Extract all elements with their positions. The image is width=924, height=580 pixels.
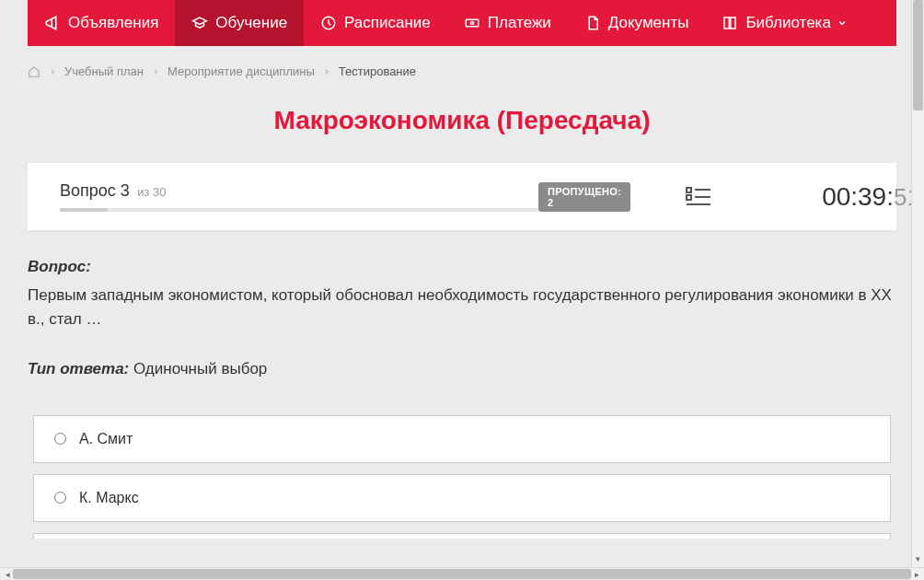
scroll-left-icon[interactable]: ◂ — [2, 570, 13, 579]
timer-main: 00:39: — [822, 182, 894, 211]
answer-option[interactable]: А. Смит — [33, 415, 891, 463]
svg-point-2 — [470, 22, 473, 25]
nav-label: Платежи — [488, 14, 551, 32]
nav-item-schedule[interactable]: Расписание — [304, 0, 447, 46]
book-icon — [722, 15, 738, 31]
answer-option[interactable]: К. Маркс — [33, 474, 891, 522]
svg-rect-3 — [687, 188, 691, 192]
nav-label: Библиотека — [745, 14, 830, 32]
nav-label: Обучение — [215, 14, 287, 32]
grad-cap-icon — [191, 15, 208, 31]
doc-icon — [584, 15, 601, 31]
breadcrumb-sep-icon — [322, 67, 331, 76]
nav-item-announcements[interactable]: Объявления — [28, 0, 175, 46]
nav-label: Расписание — [344, 14, 431, 32]
answer-text: А. Смит — [79, 431, 133, 447]
chevron-down-icon — [837, 17, 848, 29]
question-list-icon[interactable] — [686, 186, 711, 208]
nav-item-learning[interactable]: Обучение — [175, 0, 304, 46]
clock-icon — [320, 15, 337, 31]
nav-label: Объявления — [68, 14, 158, 32]
answer-radio[interactable] — [54, 433, 66, 445]
svg-rect-5 — [687, 195, 691, 200]
breadcrumb-sep-icon — [151, 67, 160, 76]
question-header-panel: Вопрос 3 из 30 ПРОПУЩЕНО: 2 00:39:51 — [28, 163, 896, 230]
megaphone-icon — [44, 15, 61, 31]
svg-rect-1 — [466, 19, 479, 27]
nav-item-payments[interactable]: Платежи — [447, 0, 568, 46]
horizontal-scrollbar[interactable]: ◂ ▸ — [0, 567, 924, 580]
progress-bar — [60, 208, 538, 212]
answer-type-label: Тип ответа: — [28, 360, 129, 377]
scroll-right-icon[interactable]: ▸ — [911, 570, 922, 579]
scrollbar-thumb[interactable] — [13, 569, 911, 579]
question-text: Первым западным экономистом, который обо… — [28, 284, 896, 332]
question-number: Вопрос 3 — [60, 181, 130, 200]
timer: 00:39:51 — [822, 182, 920, 212]
vertical-scrollbar[interactable]: ▾ — [911, 0, 924, 567]
breadcrumb-item[interactable]: Мероприятие дисциплины — [167, 64, 315, 78]
nav-item-documents[interactable]: Документы — [568, 0, 706, 46]
answer-text: К. Маркс — [79, 490, 139, 506]
breadcrumb-item[interactable]: Учебный план — [64, 64, 144, 78]
page-title: Макроэкономика (Пересдача) — [0, 106, 924, 135]
nav-item-library[interactable]: Библиотека — [705, 0, 863, 46]
question-total: из 30 — [137, 185, 166, 199]
main-nav: Объявления Обучение Расписание — [28, 0, 896, 46]
answer-radio[interactable] — [54, 492, 66, 504]
breadcrumb: Учебный план Мероприятие дисциплины Тест… — [0, 46, 924, 87]
scroll-down-icon[interactable]: ▾ — [914, 554, 922, 565]
nav-label: Документы — [608, 14, 689, 32]
answer-type-value: Одиночный выбор — [129, 360, 267, 377]
breadcrumb-sep-icon — [48, 67, 57, 76]
breadcrumb-item-current: Тестирование — [339, 64, 416, 78]
home-icon[interactable] — [28, 65, 40, 78]
answer-option-partial — [33, 533, 891, 539]
question-heading: Вопрос: — [28, 258, 896, 276]
money-icon — [464, 15, 480, 31]
scrollbar-thumb[interactable] — [913, 0, 923, 110]
skipped-badge: ПРОПУЩЕНО: 2 — [538, 182, 630, 212]
